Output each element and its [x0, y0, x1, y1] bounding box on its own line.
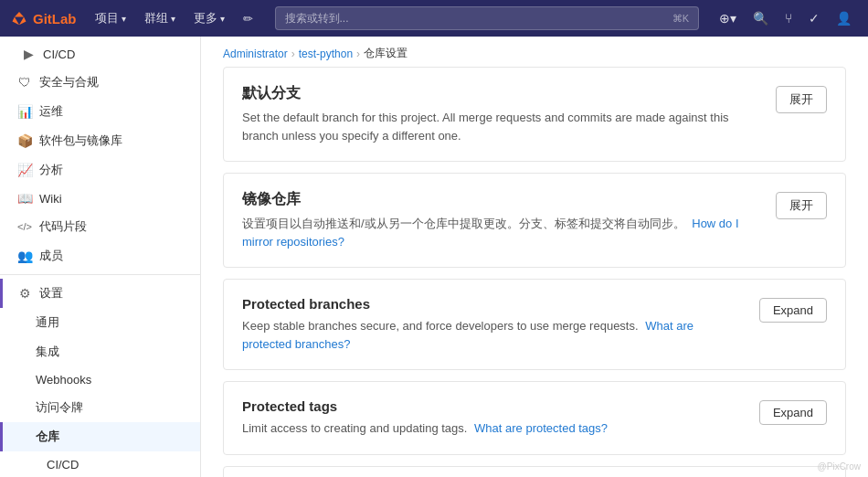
topnav-right-actions: ⊕▾ 🔍 ⑂ ✓ 👤 — [714, 7, 857, 29]
expand-protected-branches-button[interactable]: Expand — [759, 298, 827, 323]
section-deploy-tokens: Deploy tokens 部署令牌允许访问软件包、您的代码仓库和镜像库中的镜像… — [223, 466, 846, 478]
packages-icon: 📦 — [17, 133, 32, 148]
section-desc: Keep stable branches secure, and force d… — [242, 317, 745, 353]
nav-groups[interactable]: 群组 ▾ — [137, 6, 183, 30]
search-placeholder: 搜索或转到... — [285, 11, 349, 26]
sidebar-label: 软件包与镜像库 — [39, 132, 122, 149]
gitlab-logo[interactable]: GitLab — [11, 10, 77, 26]
user-avatar[interactable]: 👤 — [831, 7, 857, 29]
section-title: Protected branches — [242, 296, 745, 312]
section-protected-branches: Protected branches Keep stable branches … — [223, 279, 846, 370]
breadcrumb-admin[interactable]: Administrator — [223, 48, 288, 60]
settings-icon: ⚙ — [17, 286, 32, 301]
section-body: 默认分支 Set the default branch for this pro… — [242, 84, 761, 144]
sidebar-label: 设置 — [39, 285, 63, 302]
sidebar-label: 安全与合规 — [39, 74, 99, 90]
issues-icon[interactable]: ✓ — [803, 7, 825, 29]
section-title: 镜像仓库 — [242, 190, 761, 209]
main-content: Administrator › test-python › 仓库设置 默认分支 … — [201, 37, 868, 477]
sidebar-label: CI/CD — [47, 458, 79, 472]
settings-sections: 默认分支 Set the default branch for this pro… — [201, 67, 868, 477]
sidebar-label: 通用 — [36, 314, 59, 331]
section-desc: Set the default branch for this project.… — [242, 109, 761, 144]
expand-protected-tags-button[interactable]: Expand — [759, 400, 827, 425]
cicd-icon: ▶ — [21, 47, 36, 61]
top-navigation: GitLab 项目 ▾ 群组 ▾ 更多 ▾ ✏ 搜索或转到... ⌘K ⊕▾ 🔍… — [0, 0, 868, 37]
section-title: Protected tags — [242, 398, 745, 414]
section-body: Protected branches Keep stable branches … — [242, 296, 745, 353]
breadcrumb-repo[interactable]: test-python — [299, 48, 353, 60]
create-button[interactable]: ⊕▾ — [714, 7, 742, 29]
sidebar-item-security[interactable]: 🛡 安全与合规 — [0, 68, 200, 97]
section-default-branch: 默认分支 Set the default branch for this pro… — [223, 67, 846, 162]
sidebar-label: 仓库 — [36, 429, 59, 445]
search-icon-btn[interactable]: 🔍 — [747, 7, 774, 29]
sidebar-label: 分析 — [39, 162, 63, 178]
expand-mirror-repo-button[interactable]: 展开 — [776, 192, 827, 219]
sidebar-item-wiki[interactable]: 📖 Wiki — [0, 185, 200, 212]
nav-more[interactable]: 更多 ▾ — [186, 6, 232, 30]
sidebar-label: 代码片段 — [39, 218, 87, 235]
search-bar[interactable]: 搜索或转到... ⌘K — [275, 6, 700, 30]
sidebar-label: CI/CD — [43, 48, 75, 61]
security-icon: 🛡 — [17, 75, 32, 90]
main-layout: ▶ CI/CD 🛡 安全与合规 📊 运维 📦 软件包与镜像库 📈 分析 📖 Wi… — [0, 37, 868, 477]
section-desc: Limit access to creating and updating ta… — [242, 419, 745, 438]
breadcrumb-sep-1: › — [291, 48, 295, 60]
section-mirror-repo: 镜像仓库 设置项目以自动推送和/或从另一个仓库中提取更改。分支、标签和提交将自动… — [223, 173, 846, 268]
sidebar-label: 运维 — [39, 103, 63, 120]
sidebar-item-cicd-sub[interactable]: CI/CD — [0, 451, 200, 477]
sidebar-item-analytics[interactable]: 📈 分析 — [0, 155, 200, 185]
section-body: 镜像仓库 设置项目以自动推送和/或从另一个仓库中提取更改。分支、标签和提交将自动… — [242, 190, 761, 250]
sidebar-label: Wiki — [39, 192, 62, 206]
merge-requests-icon[interactable]: ⑂ — [779, 7, 798, 29]
section-title: 默认分支 — [242, 84, 761, 103]
chevron-down-icon: ▾ — [220, 14, 225, 24]
breadcrumb-sep-2: › — [356, 48, 360, 60]
sidebar-item-cicd[interactable]: ▶ CI/CD — [0, 40, 200, 68]
sidebar: ▶ CI/CD 🛡 安全与合规 📊 运维 📦 软件包与镜像库 📈 分析 📖 Wi… — [0, 37, 201, 477]
brand-label: GitLab — [33, 11, 77, 26]
expand-default-branch-button[interactable]: 展开 — [776, 86, 827, 113]
sidebar-item-members[interactable]: 👥 成员 — [0, 241, 200, 270]
section-body: Protected tags Limit access to creating … — [242, 398, 745, 438]
sidebar-item-settings[interactable]: ⚙ 设置 — [0, 279, 200, 308]
ops-icon: 📊 — [17, 104, 32, 119]
chevron-down-icon: ▾ — [122, 14, 126, 24]
protected-tags-link[interactable]: What are protected tags? — [474, 421, 608, 435]
chevron-down-icon: ▾ — [171, 14, 175, 24]
section-protected-tags: Protected tags Limit access to creating … — [223, 381, 846, 455]
sidebar-item-integrations[interactable]: 集成 — [0, 337, 200, 366]
nav-pencil[interactable]: ✏ — [236, 8, 260, 29]
members-icon: 👥 — [17, 249, 32, 263]
sidebar-item-webhooks[interactable]: Webhooks — [0, 366, 200, 393]
sidebar-item-repository[interactable]: 仓库 — [0, 422, 200, 451]
sidebar-label: 集成 — [36, 344, 59, 360]
analytics-icon: 📈 — [17, 163, 32, 177]
sidebar-label: Webhooks — [36, 373, 91, 387]
nav-projects[interactable]: 项目 ▾ — [88, 6, 133, 30]
section-desc: 设置项目以自动推送和/或从另一个仓库中提取更改。分支、标签和提交将自动同步。 H… — [242, 215, 761, 250]
sidebar-item-access-tokens[interactable]: 访问令牌 — [0, 393, 200, 422]
sidebar-item-general[interactable]: 通用 — [0, 308, 200, 337]
breadcrumb: Administrator › test-python › 仓库设置 — [201, 37, 868, 67]
sidebar-item-packages[interactable]: 📦 软件包与镜像库 — [0, 126, 200, 155]
wiki-icon: 📖 — [17, 191, 32, 206]
sidebar-item-ops[interactable]: 📊 运维 — [0, 97, 200, 126]
sidebar-item-snippets[interactable]: </> 代码片段 — [0, 212, 200, 241]
sidebar-label: 成员 — [39, 248, 63, 264]
snippets-icon: </> — [17, 221, 32, 232]
watermark: @PixCrow — [818, 461, 861, 472]
sidebar-label: 访问令牌 — [36, 399, 83, 416]
breadcrumb-current: 仓库设置 — [364, 46, 408, 61]
